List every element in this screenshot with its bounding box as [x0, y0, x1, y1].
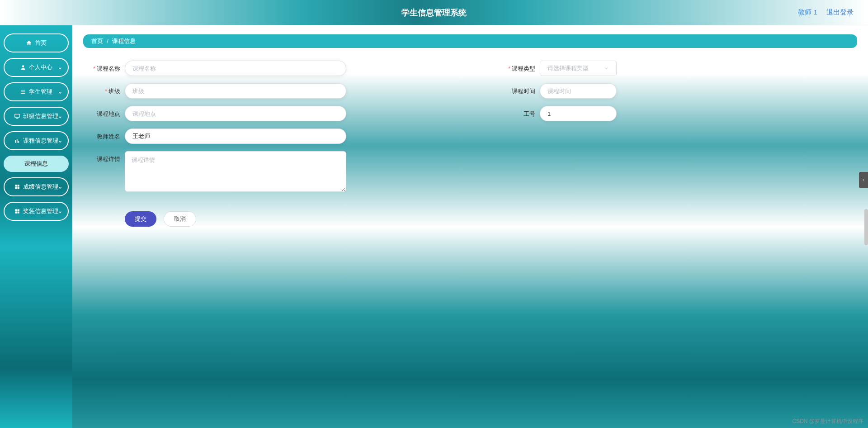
sidebar-item-label: 奖惩信息管理 — [23, 207, 58, 215]
submit-button[interactable]: 提交 — [125, 211, 156, 227]
side-scrollbar[interactable] — [864, 209, 868, 245]
svg-rect-7 — [17, 139, 18, 143]
logout-link[interactable]: 退出登录 — [826, 8, 854, 17]
breadcrumb: 首页 / 课程信息 — [83, 34, 857, 48]
field-course-detail: 课程详情 — [85, 151, 346, 193]
field-course-name: *课程名称 — [85, 61, 346, 76]
sidebar-item-label: 成绩信息管理 — [23, 183, 58, 191]
form-actions: 提交 取消 — [85, 211, 857, 227]
svg-rect-6 — [15, 140, 16, 143]
sidebar-item-label: 学生管理 — [29, 88, 52, 96]
svg-point-0 — [22, 65, 24, 67]
sidebar-subitem-course-info[interactable]: 课程信息 — [4, 156, 69, 172]
course-form: *课程名称 *课程类型 请选择课程类型 — [83, 61, 857, 227]
breadcrumb-current: 课程信息 — [112, 37, 136, 45]
chevron-left-icon — [861, 178, 866, 182]
field-course-location: 课程地点 — [85, 106, 346, 121]
teacher-name-input[interactable] — [125, 128, 346, 144]
chevron-down-icon — [58, 209, 62, 214]
list-icon — [20, 89, 26, 95]
svg-rect-11 — [15, 187, 17, 189]
home-icon — [26, 40, 32, 46]
chevron-down-icon — [58, 185, 62, 189]
label-course-time: 课程时间 — [500, 83, 535, 95]
chevron-down-icon — [58, 65, 62, 70]
sidebar-item-classes[interactable]: 班级信息管理 — [4, 107, 69, 126]
sidebar-item-home[interactable]: 首页 — [4, 33, 69, 52]
field-job-number: 工号 — [500, 106, 617, 121]
svg-rect-14 — [18, 209, 19, 211]
label-course-type: *课程类型 — [500, 61, 535, 73]
svg-rect-15 — [15, 212, 17, 214]
course-detail-textarea[interactable] — [125, 151, 346, 192]
sidebar-item-students[interactable]: 学生管理 — [4, 82, 69, 101]
app-header: 学生信息管理系统 教师 1 退出登录 — [0, 0, 868, 25]
bars-icon — [14, 138, 20, 144]
sidebar-item-label: 首页 — [35, 39, 47, 47]
user-icon — [20, 64, 26, 71]
svg-rect-13 — [15, 209, 17, 211]
svg-rect-8 — [18, 141, 19, 143]
chevron-down-icon — [58, 114, 62, 119]
sidebar-item-profile[interactable]: 个人中心 — [4, 58, 69, 77]
label-teacher-name: 教师姓名 — [85, 128, 120, 141]
sidebar-subitem-label: 课程信息 — [24, 160, 48, 168]
app-title: 学生信息管理系统 — [401, 7, 467, 18]
watermark-text: CSDN @罗曼计算机毕设程序 — [792, 418, 863, 425]
course-location-input[interactable] — [125, 106, 346, 121]
cancel-button[interactable]: 取消 — [164, 211, 196, 227]
svg-rect-4 — [15, 114, 20, 117]
header-right: 教师 1 退出登录 — [798, 8, 854, 17]
grid-icon — [14, 184, 20, 190]
select-placeholder: 请选择课程类型 — [547, 64, 589, 72]
sidebar-item-label: 个人中心 — [29, 63, 52, 71]
svg-rect-10 — [18, 185, 19, 186]
course-type-select[interactable]: 请选择课程类型 — [540, 61, 617, 76]
label-class: *班级 — [85, 83, 120, 95]
field-teacher-name: 教师姓名 — [85, 128, 346, 144]
current-user-link[interactable]: 教师 1 — [798, 8, 817, 17]
sidebar-item-courses[interactable]: 课程信息管理 — [4, 131, 69, 150]
sidebar-item-label: 班级信息管理 — [23, 112, 58, 120]
field-course-type: *课程类型 请选择课程类型 — [500, 61, 617, 76]
label-course-name: *课程名称 — [85, 61, 120, 73]
chevron-down-icon — [604, 66, 609, 71]
svg-rect-9 — [15, 185, 17, 186]
field-course-time: 课程时间 — [500, 83, 617, 99]
course-time-input[interactable] — [540, 83, 617, 99]
sidebar-item-label: 课程信息管理 — [23, 137, 58, 145]
side-collapse-tab[interactable] — [859, 172, 868, 188]
class-input[interactable] — [125, 83, 346, 99]
sidebar: 首页 个人中心 学生管理 班级信息管理 — [0, 25, 72, 428]
label-job-number: 工号 — [500, 106, 535, 118]
chevron-down-icon — [58, 138, 62, 143]
main-container: 首页 个人中心 学生管理 班级信息管理 — [0, 25, 868, 428]
chevron-down-icon — [58, 90, 62, 94]
field-class: *班级 — [85, 83, 346, 99]
sidebar-item-rewards[interactable]: 奖惩信息管理 — [4, 202, 69, 221]
sidebar-item-grades[interactable]: 成绩信息管理 — [4, 177, 69, 196]
label-course-location: 课程地点 — [85, 106, 120, 118]
main-content: 首页 / 课程信息 *课程名称 *课程类型 请选择课程类型 — [72, 25, 868, 428]
grid-icon — [14, 208, 20, 214]
breadcrumb-separator: / — [107, 38, 108, 45]
svg-rect-12 — [18, 187, 19, 189]
screen-icon — [14, 113, 20, 119]
breadcrumb-root[interactable]: 首页 — [91, 37, 103, 45]
svg-rect-16 — [18, 212, 19, 214]
label-course-detail: 课程详情 — [85, 151, 120, 163]
course-name-input[interactable] — [125, 61, 346, 76]
job-number-input[interactable] — [540, 106, 617, 121]
